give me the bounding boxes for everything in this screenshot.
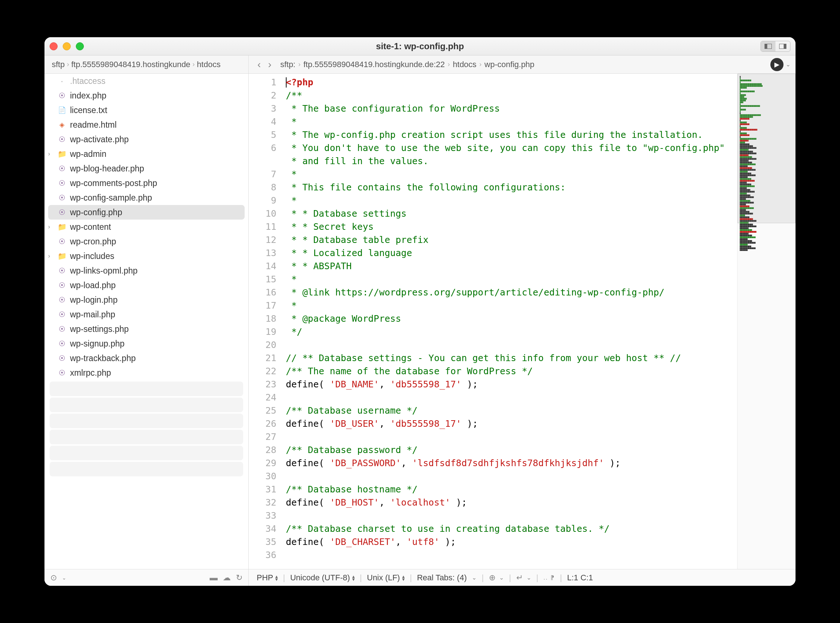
code-line[interactable]: * The wp-config.php creation script uses… bbox=[286, 128, 734, 141]
code-line[interactable]: * bbox=[286, 299, 734, 312]
pane-left-toggle[interactable] bbox=[761, 41, 776, 51]
code-line[interactable]: * This file contains the following confi… bbox=[286, 181, 734, 194]
run-dropdown[interactable]: ⌄ bbox=[786, 61, 790, 68]
code-line[interactable]: /** The name of the database for WordPre… bbox=[286, 365, 734, 378]
indent-selector[interactable]: Real Tabs: (4) ⌄ bbox=[415, 573, 479, 583]
pane-right-toggle[interactable] bbox=[776, 41, 790, 51]
separator: | bbox=[509, 573, 511, 583]
file-browser-sidebar[interactable]: ·.htaccess⦿index.php📄license.txt◈readme.… bbox=[44, 74, 249, 569]
minimap[interactable]: ████████████████████████████████████████… bbox=[737, 74, 796, 569]
language-selector[interactable]: PHP ▴▾ bbox=[254, 573, 280, 583]
code-line[interactable]: * @package WordPress bbox=[286, 312, 734, 325]
code-line[interactable]: * bbox=[286, 194, 734, 207]
line-endings-selector[interactable]: Unix (LF) ▴▾ bbox=[365, 573, 407, 583]
file-item[interactable]: ⦿wp-mail.php bbox=[44, 307, 248, 322]
code-line[interactable]: * * ABSPATH bbox=[286, 260, 734, 273]
file-item[interactable]: ⦿wp-links-opml.php bbox=[44, 263, 248, 278]
chevron-right-icon[interactable]: › bbox=[48, 150, 54, 157]
invisibles-button[interactable]: .. ⁋ bbox=[541, 574, 557, 581]
code-line[interactable]: /** Database hostname */ bbox=[286, 483, 734, 496]
file-item[interactable]: ⦿wp-cron.php bbox=[44, 234, 248, 249]
file-item[interactable]: ·.htaccess bbox=[44, 74, 248, 88]
code-line[interactable]: * * Localized language bbox=[286, 247, 734, 260]
file-item[interactable]: ⦿wp-blog-header.php bbox=[44, 161, 248, 176]
code-line[interactable]: * bbox=[286, 168, 734, 181]
nav-forward-button[interactable]: › bbox=[268, 59, 271, 71]
cloud-icon[interactable]: ☁ bbox=[223, 573, 231, 583]
code-line[interactable] bbox=[286, 391, 734, 404]
file-item[interactable]: ◈readme.html bbox=[44, 117, 248, 132]
spell-check-button[interactable]: ⊕ ⌄ bbox=[487, 573, 506, 583]
file-name: wp-cron.php bbox=[70, 237, 116, 247]
code-line[interactable]: * The base configuration for WordPress bbox=[286, 102, 734, 115]
folder-item[interactable]: ›📁wp-admin bbox=[44, 147, 248, 161]
settings-chevron[interactable]: ⌄ bbox=[62, 575, 66, 581]
code-line[interactable] bbox=[286, 430, 734, 443]
folder-item[interactable]: ›📁wp-includes bbox=[44, 249, 248, 263]
settings-icon[interactable]: ⊙ bbox=[50, 573, 57, 583]
cursor-position[interactable]: L:1 C:1 bbox=[565, 573, 595, 583]
code-line[interactable]: /** Database charset to use in creating … bbox=[286, 522, 734, 536]
file-item[interactable]: ⦿wp-settings.php bbox=[44, 322, 248, 336]
crumb-segment[interactable]: wp-config.php bbox=[485, 60, 534, 69]
sidebar-breadcrumb[interactable]: sftp › ftp.5555989048419.hostingkunde › … bbox=[44, 55, 249, 73]
minimize-window-button[interactable] bbox=[63, 42, 71, 50]
file-item[interactable]: 📄license.txt bbox=[44, 103, 248, 117]
code-line[interactable]: // ** Database settings - You can get th… bbox=[286, 351, 734, 365]
code-line[interactable]: /** Database password */ bbox=[286, 443, 734, 457]
file-item[interactable]: ⦿wp-config.php bbox=[48, 205, 245, 219]
code-line[interactable]: * bbox=[286, 273, 734, 286]
code-line[interactable]: * @link https://wordpress.org/support/ar… bbox=[286, 286, 734, 299]
code-line[interactable]: define( 'DB_PASSWORD', 'lsdfsdf8d7sdhfjk… bbox=[286, 457, 734, 470]
encoding-selector[interactable]: Unicode (UTF-8) ▴▾ bbox=[288, 573, 357, 583]
crumb-segment[interactable]: htdocs bbox=[197, 60, 220, 69]
file-item[interactable]: ⦿wp-config-sample.php bbox=[44, 190, 248, 205]
file-item[interactable]: ⦿wp-comments-post.php bbox=[44, 176, 248, 190]
crumb-segment[interactable]: sftp: bbox=[280, 60, 296, 69]
code-line[interactable]: <?php bbox=[286, 76, 734, 89]
code-content[interactable]: <?php/** * The base configuration for Wo… bbox=[282, 74, 737, 569]
file-item[interactable]: ⦿wp-load.php bbox=[44, 278, 248, 293]
file-item[interactable]: ⦿xmlrpc.php bbox=[44, 365, 248, 380]
crumb-segment[interactable]: sftp bbox=[52, 60, 64, 69]
crumb-segment[interactable]: ftp.5555989048419.hostingkunde bbox=[71, 60, 190, 69]
code-line[interactable]: define( 'DB_CHARSET', 'utf8' ); bbox=[286, 536, 734, 549]
editor-breadcrumb[interactable]: sftp: › ftp.5555989048419.hostingkunde.d… bbox=[280, 60, 766, 69]
close-window-button[interactable] bbox=[50, 42, 58, 50]
code-line[interactable]: /** bbox=[286, 89, 734, 102]
zoom-window-button[interactable] bbox=[76, 42, 84, 50]
code-line[interactable]: * * Database table prefix bbox=[286, 233, 734, 247]
chevron-right-icon[interactable]: › bbox=[48, 253, 54, 259]
code-line[interactable]: * You don't have to use the web site, yo… bbox=[286, 141, 734, 155]
code-line[interactable]: define( 'DB_USER', 'db555598_17' ); bbox=[286, 417, 734, 430]
code-line[interactable] bbox=[286, 509, 734, 522]
run-button[interactable]: ▶ bbox=[770, 58, 783, 71]
file-item[interactable]: ⦿wp-activate.php bbox=[44, 132, 248, 147]
refresh-icon[interactable]: ↻ bbox=[236, 573, 242, 583]
code-line[interactable] bbox=[286, 339, 734, 351]
code-editor[interactable]: 123456·789101112131415161718192021222324… bbox=[249, 74, 737, 569]
crumb-segment[interactable]: ftp.5555989048419.hostingkunde.de:22 bbox=[303, 60, 445, 69]
file-item[interactable]: ⦿wp-trackback.php bbox=[44, 351, 248, 365]
disk-icon[interactable]: ▬ bbox=[210, 573, 218, 583]
code-line[interactable] bbox=[286, 470, 734, 483]
code-line[interactable]: /** Database username */ bbox=[286, 404, 734, 417]
php-file-icon: ⦿ bbox=[58, 354, 66, 362]
nav-back-button[interactable]: ‹ bbox=[257, 59, 261, 71]
code-line[interactable]: * bbox=[286, 115, 734, 128]
code-line[interactable]: * and fill in the values. bbox=[286, 155, 734, 168]
file-item[interactable]: ⦿index.php bbox=[44, 88, 248, 103]
chevron-right-icon[interactable]: › bbox=[48, 224, 54, 230]
code-line[interactable]: * * Database settings bbox=[286, 207, 734, 220]
code-line[interactable]: define( 'DB_HOST', 'localhost' ); bbox=[286, 496, 734, 509]
minimap-viewport[interactable] bbox=[737, 74, 796, 223]
crumb-segment[interactable]: htdocs bbox=[453, 60, 476, 69]
code-line[interactable]: * * Secret keys bbox=[286, 220, 734, 233]
file-item[interactable]: ⦿wp-login.php bbox=[44, 293, 248, 307]
file-item[interactable]: ⦿wp-signup.php bbox=[44, 336, 248, 351]
code-line[interactable]: */ bbox=[286, 325, 734, 339]
wrap-button[interactable]: ↵ ⌄ bbox=[514, 573, 533, 583]
pane-toggle bbox=[760, 41, 790, 52]
folder-item[interactable]: ›📁wp-content bbox=[44, 219, 248, 234]
code-line[interactable]: define( 'DB_NAME', 'db555598_17' ); bbox=[286, 378, 734, 391]
